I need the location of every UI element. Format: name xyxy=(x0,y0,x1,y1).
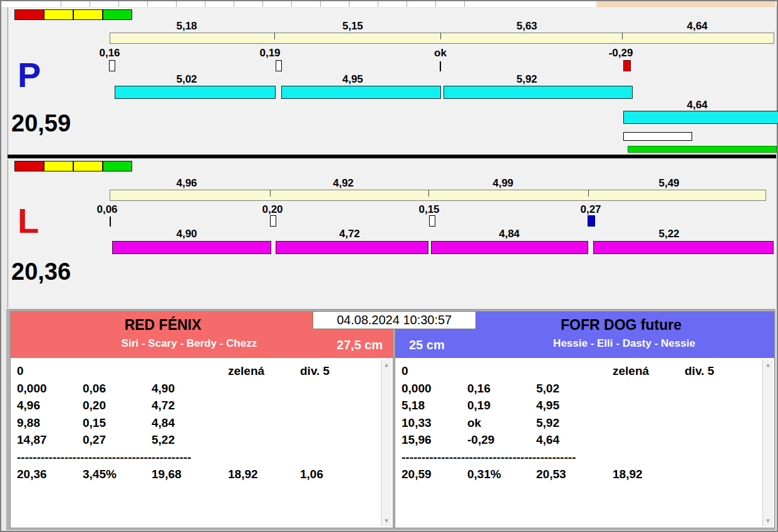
result-cell: 4,95 xyxy=(536,397,613,414)
result-cell: 20,53 xyxy=(536,466,613,483)
run-bar xyxy=(431,241,588,254)
result-cell: 0,000 xyxy=(17,380,83,397)
segment-bar xyxy=(110,33,774,44)
run-time-label: 4,95 xyxy=(328,73,378,86)
top-strip-tick xyxy=(90,1,90,7)
team-left-hurdle-height: 27,5 cm xyxy=(337,338,383,352)
change-time-label: 0,27 xyxy=(566,203,616,216)
result-cell: 0,31% xyxy=(467,466,536,483)
top-strip-tick xyxy=(407,1,407,7)
lane-p-section: 5,18 5,15 5,63 4,64 0,16 0,19 ok -0,29 5… xyxy=(8,8,776,155)
result-cell: 20,36 xyxy=(17,466,83,483)
result-row: 5,180,194,95 xyxy=(402,397,774,414)
segment-time-label: 4,92 xyxy=(318,177,368,190)
segment-divider-tick xyxy=(274,33,275,39)
top-strip-tick xyxy=(435,1,436,7)
change-marker-blue xyxy=(588,215,595,227)
scroll-up-icon[interactable]: ▲ xyxy=(381,360,392,370)
segment-divider-tick xyxy=(622,33,623,39)
segment-time-label: 5,18 xyxy=(162,20,212,33)
top-strip-tick xyxy=(320,1,321,7)
result-cell: 1,06 xyxy=(300,466,323,483)
change-time-label: 0,15 xyxy=(404,203,454,216)
team-right-hurdle-height: 25 cm xyxy=(409,338,445,352)
top-strip xyxy=(1,1,777,7)
run-time-label: 4,72 xyxy=(324,228,375,240)
change-time-label: 0,19 xyxy=(245,47,295,59)
app-window: 5,18 5,15 5,63 4,64 0,16 0,19 ok -0,29 5… xyxy=(0,0,778,532)
top-strip-tick xyxy=(464,1,465,7)
top-strip-tick xyxy=(205,1,205,7)
result-cell: 4,96 xyxy=(17,397,83,414)
run-bar xyxy=(623,111,778,124)
result-cell: 0,06 xyxy=(83,380,152,397)
top-strip-tick xyxy=(262,1,263,7)
change-time-label: -0,29 xyxy=(596,47,646,59)
results-area: RED FÉNIX Siri - Scary - Berdy - Chezz 2… xyxy=(6,309,775,530)
top-strip-tick xyxy=(378,1,378,7)
separator-row: ----------------------------------------… xyxy=(17,449,393,466)
segment-time-label: 5,63 xyxy=(502,20,552,33)
top-strip-tick xyxy=(118,1,119,7)
segment-bar xyxy=(110,190,766,201)
lane-divider xyxy=(8,155,776,158)
team-right-panel: FOFR DOG future Hessie - Elli - Dasty - … xyxy=(395,311,775,528)
run-bar xyxy=(281,86,441,99)
result-cell: 0 xyxy=(402,362,467,380)
team-left-results-text: 0zelenádiv. 5 0,0000,064,90 4,960,204,72… xyxy=(11,358,393,528)
team-left-scrollbar[interactable]: ▲ ▼ xyxy=(381,359,392,526)
lane-l-total-time: 20,36 xyxy=(11,260,71,284)
run-bar xyxy=(112,241,271,254)
segment-divider-tick xyxy=(588,190,589,197)
running-indicator-bar xyxy=(623,132,692,141)
result-row: 0,0000,064,90 xyxy=(17,380,393,397)
status-lights-p xyxy=(14,9,132,20)
result-row: 10,33ok5,92 xyxy=(402,414,774,432)
run-time-label: 5,92 xyxy=(502,73,552,86)
segment-time-label: 4,99 xyxy=(478,177,528,190)
scroll-down-icon[interactable]: ▼ xyxy=(763,516,773,526)
result-cell: zelená xyxy=(228,362,300,380)
run-time-label: 4,64 xyxy=(672,99,722,111)
result-cell: 5,22 xyxy=(152,431,228,449)
result-cell: 5,02 xyxy=(536,380,613,397)
team-right-scrollbar[interactable]: ▲ ▼ xyxy=(762,359,773,526)
team-left-panel: RED FÉNIX Siri - Scary - Berdy - Chezz 2… xyxy=(10,311,393,528)
result-cell: 20,59 xyxy=(402,466,467,483)
top-strip-tick xyxy=(349,1,350,7)
change-marker-line xyxy=(110,217,111,227)
top-strip-tick xyxy=(61,1,61,7)
segment-divider-tick xyxy=(440,33,441,39)
segment-time-label: 5,49 xyxy=(644,177,694,190)
result-cell: 0,16 xyxy=(467,380,536,397)
lane-l-letter: L xyxy=(18,203,39,238)
team-left-dogs: Siri - Scary - Berdy - Chezz xyxy=(11,337,393,350)
result-cell: 0,000 xyxy=(402,380,467,397)
run-time-label: 4,90 xyxy=(162,228,212,240)
scroll-up-icon[interactable]: ▲ xyxy=(763,360,773,370)
result-cell: 10,33 xyxy=(402,414,467,432)
team-right-dogs: Hessie - Elli - Dasty - Nessie xyxy=(395,337,774,350)
result-header-row: 0zelenádiv. 5 xyxy=(402,362,774,380)
segment-time-label: 5,15 xyxy=(328,20,378,33)
status-light-red-icon xyxy=(14,9,44,20)
result-cell: 19,68 xyxy=(152,466,228,483)
top-strip-tick xyxy=(234,1,234,7)
summary-row: 20,590,31%20,5318,92 xyxy=(402,466,774,483)
status-light-red-icon xyxy=(14,161,44,171)
run-bar xyxy=(443,86,633,99)
run-time-label: 4,84 xyxy=(484,228,534,240)
result-cell: 9,88 xyxy=(17,414,83,432)
result-cell: 0,27 xyxy=(83,431,152,449)
top-strip-tick xyxy=(291,1,292,7)
scroll-down-icon[interactable]: ▼ xyxy=(381,516,392,526)
change-time-label: ok xyxy=(415,47,465,59)
change-marker-white xyxy=(109,60,115,71)
segment-divider-tick xyxy=(428,190,429,197)
change-marker-ok xyxy=(440,61,441,71)
status-lights-l xyxy=(14,161,132,171)
result-cell: ok xyxy=(467,414,536,432)
lane-p-letter: P xyxy=(18,58,41,93)
result-cell: 4,90 xyxy=(152,380,228,397)
run-bar xyxy=(115,86,276,99)
